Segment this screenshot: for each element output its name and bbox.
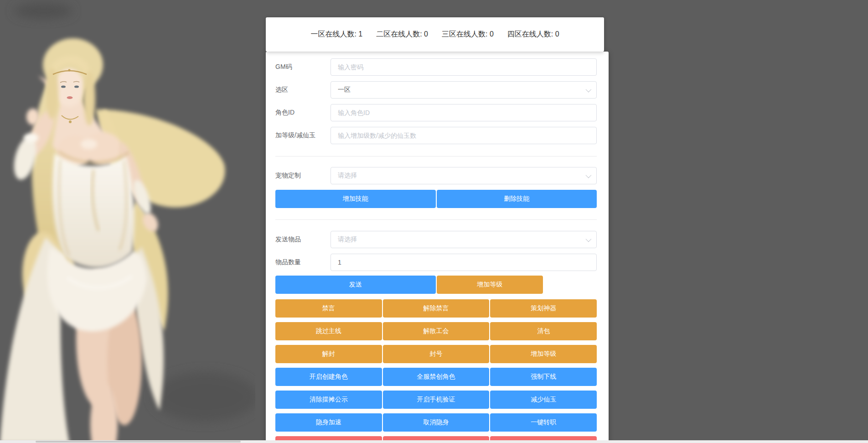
zone2-online-count: 二区在线人数: 0 (376, 30, 428, 39)
button-row: 开启创建角色 全服禁创角色 强制下线 (275, 368, 597, 386)
send-button-row: 发送 增加等级 (275, 276, 597, 294)
cancel-stealth-button[interactable]: 取消隐身 (383, 413, 490, 432)
add-level-button[interactable]: 增加等级 (437, 276, 543, 294)
horizontal-scrollbar[interactable] (0, 440, 868, 443)
item-count-label: 物品数量 (275, 258, 331, 266)
button-row: 隐身加速 取消隐身 一键转职 (275, 413, 597, 432)
clear-bag-button[interactable]: 清包 (490, 322, 597, 340)
level-jade-input-wrap (331, 127, 597, 144)
role-id-input[interactable] (338, 109, 583, 116)
role-id-input-wrap (331, 104, 597, 121)
add-skill-button[interactable]: 增加技能 (275, 190, 436, 208)
zone1-online-count: 一区在线人数: 1 (310, 30, 362, 39)
level-jade-label: 加等级/减仙玉 (275, 131, 331, 140)
level-jade-input[interactable] (338, 132, 583, 139)
zone-select-value: 一区 (338, 86, 351, 94)
section-divider-2 (275, 219, 597, 220)
pet-custom-select[interactable]: 请选择 (331, 167, 597, 184)
button-row: 跳过主线 解散工会 清包 (275, 322, 597, 340)
section-divider-1 (275, 156, 597, 156)
role-id-label: 角色ID (275, 109, 331, 117)
item-count-row: 物品数量 (275, 254, 597, 271)
gm-code-row: GM码 (275, 58, 597, 76)
item-count-input[interactable] (338, 259, 583, 266)
remove-skill-button[interactable]: 删除技能 (437, 190, 597, 208)
phone-verify-button[interactable]: 开启手机验证 (383, 391, 490, 409)
pet-custom-row: 宠物定制 请选择 (275, 167, 597, 184)
gm-tool-panel: GM码 选区 一区 角色ID 加等级/减仙玉 宠物定 (266, 52, 609, 443)
disband-guild-button[interactable]: 解散工会 (383, 322, 490, 340)
zone3-online-count: 三区在线人数: 0 (442, 30, 494, 39)
skill-button-row: 增加技能 删除技能 (275, 190, 597, 208)
pet-custom-label: 宠物定制 (275, 172, 331, 180)
class-change-button[interactable]: 一键转职 (490, 413, 597, 432)
send-item-select[interactable]: 请选择 (331, 231, 597, 248)
level-jade-row: 加等级/减仙玉 (275, 127, 597, 144)
horizontal-scrollbar-thumb[interactable] (36, 441, 241, 443)
button-row: 禁言 解除禁言 策划神器 (275, 299, 597, 318)
send-item-row: 发送物品 请选择 (275, 231, 597, 248)
gm-code-input[interactable] (338, 63, 583, 71)
clear-stall-notice-button[interactable]: 清除摆摊公示 (275, 391, 382, 409)
gm-code-label: GM码 (275, 63, 331, 71)
unban-button[interactable]: 解封 (275, 345, 382, 363)
planner-artifact-button[interactable]: 策划神器 (490, 299, 597, 318)
gm-code-input-wrap (331, 58, 597, 76)
chevron-down-icon (586, 172, 592, 178)
button-row: 清除摆摊公示 开启手机验证 减少仙玉 (275, 391, 597, 409)
mute-button[interactable]: 禁言 (275, 299, 382, 318)
force-offline-button[interactable]: 强制下线 (490, 368, 597, 386)
character-artwork (0, 0, 255, 443)
reduce-jade-button[interactable]: 减少仙玉 (490, 391, 597, 409)
zone-label: 选区 (275, 86, 331, 94)
button-row: 解封 封号 增加等级 (275, 345, 597, 363)
online-count-bar: 一区在线人数: 1 二区在线人数: 0 三区在线人数: 0 四区在线人数: 0 (266, 17, 604, 52)
add-level-button-2[interactable]: 增加等级 (490, 345, 597, 363)
role-id-row: 角色ID (275, 104, 597, 121)
zone4-online-count: 四区在线人数: 0 (507, 30, 559, 39)
send-button[interactable]: 发送 (275, 276, 436, 294)
zone-select[interactable]: 一区 (331, 81, 597, 99)
unmute-button[interactable]: 解除禁言 (383, 299, 490, 318)
chevron-down-icon (586, 236, 592, 242)
pet-custom-placeholder: 请选择 (338, 172, 357, 180)
enable-create-role-button[interactable]: 开启创建角色 (275, 368, 382, 386)
send-item-placeholder: 请选择 (338, 235, 357, 244)
send-item-label: 发送物品 (275, 235, 331, 244)
ban-create-role-all-button[interactable]: 全服禁创角色 (383, 368, 490, 386)
ban-button[interactable]: 封号 (383, 345, 490, 363)
chevron-down-icon (586, 87, 592, 93)
stealth-speed-button[interactable]: 隐身加速 (275, 413, 382, 432)
zone-row: 选区 一区 (275, 81, 597, 99)
item-count-input-wrap (331, 254, 597, 271)
skip-mainline-button[interactable]: 跳过主线 (275, 322, 382, 340)
